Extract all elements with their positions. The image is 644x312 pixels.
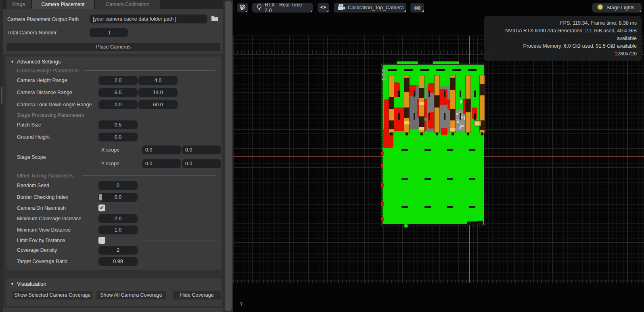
border-checking-value: 0.0 [115,194,121,200]
stage-lights-label: Stage Lights [606,5,635,11]
lightbulb-icon [256,4,262,12]
camera-angle-max-input[interactable] [138,100,178,109]
camera-name: Calibration_Top_Camera [348,5,404,11]
border-checking-slider[interactable]: 0.0 [98,193,138,202]
stage-lights-button[interactable]: Stage Lights [592,3,642,13]
random-seed-input[interactable] [98,181,138,190]
place-cameras-button[interactable]: Place Cameras [6,43,220,51]
axis-gizmo-y-label: Y [240,301,243,307]
limit-fov-checkbox[interactable] [98,237,105,244]
eye-icon [320,4,327,11]
advanced-settings-title[interactable]: Advanced Settings [17,59,61,65]
panel-scrollbar[interactable] [223,0,233,312]
advanced-settings-frame: ▼ Advanced Settings Camera Range Paramet… [6,57,222,270]
camera-placement-panel: Stage Camera Placement Camera Calibratio… [3,0,223,312]
y-scope-max-input[interactable] [182,159,221,168]
sliders-icon [239,4,246,12]
patch-size-label: Patch Size [17,120,41,129]
camera-on-navmesh-label: Camera On Navmesh [17,204,66,213]
dropdown-corner-icon [639,10,641,12]
dropdown-corner-icon [310,10,312,12]
section-camera-range: Camera Range Parameters [17,68,79,74]
min-coverage-increase-label: Minimum Coverage Increase [17,214,82,223]
hide-coverage-button[interactable]: Hide Coverage [173,291,221,299]
total-camera-input[interactable] [90,28,128,37]
min-view-distance-input[interactable] [98,226,138,234]
tab-camera-placement[interactable]: Camera Placement [32,0,94,9]
camera-selector-button[interactable]: Calibration_Top_Camera [334,3,406,13]
visualization-title[interactable]: Visualization [17,281,46,287]
slider-handle[interactable] [99,194,102,200]
min-coverage-increase-input[interactable] [98,214,138,223]
min-view-distance-label: Minimum View Distance [17,226,71,234]
dropdown-corner-icon [326,10,328,12]
row-divider [142,240,219,240]
x-scope-min-input[interactable] [142,145,181,154]
stats-fps: FPS: 119.34, Frame time: 8.38 ms [484,19,637,27]
visualization-frame: ▼ Visualization Show Selected Camera Cov… [6,278,222,306]
ground-height-label: Ground Height [17,133,50,141]
x-scope-label: X scope [101,145,119,154]
folder-icon[interactable] [211,15,219,24]
camera-distance-min-input[interactable] [98,88,138,97]
panel-tab-bar: Stage Camera Placement Camera Calibratio… [3,0,223,9]
stats-process-memory: Process Memory: 6.0 GiB used, 91.5 GiB a… [484,42,637,50]
camera-angle-min-input[interactable] [98,100,138,109]
viewport-settings-button[interactable] [237,3,248,13]
visibility-eye-button[interactable] [318,3,329,13]
output-path-input[interactable] [90,15,207,23]
target-coverage-input[interactable] [98,257,138,266]
next-section-partial [3,308,223,312]
camera-on-navmesh-checkbox[interactable]: ✔ [98,204,105,211]
row-divider [142,208,219,208]
section-divider [82,175,215,176]
left-splitter-handle[interactable] [1,86,2,104]
broadcast-icon: ((●)) [414,6,420,10]
checkmark-icon: ✔ [100,205,104,211]
limit-fov-label: Limit Fov by Distance [17,236,65,245]
coverage-density-label: Coverage Density [17,246,57,255]
camera-height-max-input[interactable] [138,76,178,85]
dropdown-corner-icon [404,10,406,12]
collapse-triangle-icon[interactable]: ▼ [10,59,14,65]
section-divider [84,70,215,71]
tab-camera-calibration[interactable]: Camera Calibration [95,0,160,9]
section-divider [93,115,215,115]
broadcast-button[interactable]: ((●)) [410,3,424,13]
stats-gpu-memory: NVIDIA RTX 6000 Ada Generation: 2.1 GiB … [484,27,637,42]
total-camera-label: Total Camera Number [7,28,56,37]
border-checking-label: Border Checking Index [17,193,68,202]
stage-map-render[interactable] [381,60,486,228]
stage-light-icon [596,3,604,12]
render-stats-overlay: FPS: 119.34, Frame time: 8.38 ms NVIDIA … [484,16,642,61]
ground-height-input[interactable] [98,133,138,141]
x-scope-max-input[interactable] [182,145,221,154]
grid-edge-ticks [233,280,644,283]
viewport-3d-canvas[interactable]: RTX - Real-Time 2.0 Calibration_Top_Came… [233,0,644,312]
placement-top-section: Camera Placement Output Path Total Camer… [3,9,223,54]
y-scope-min-input[interactable] [142,159,181,168]
y-scope-label: Y scope [101,159,119,168]
left-dock-splitter[interactable] [0,0,3,312]
camera-angle-range-label: Camera Look Down Angle Range [17,100,92,109]
app-window: Stage Camera Placement Camera Calibratio… [0,0,644,312]
tab-stage[interactable]: Stage [6,0,31,9]
renderer-selector-button[interactable]: RTX - Real-Time 2.0 [252,3,313,13]
show-all-coverage-button[interactable]: Show All Camera Coverage [96,291,166,299]
random-seed-label: Random Seed [17,181,49,190]
section-stage-processing: Stage Processing Parameters [17,112,84,118]
camera-height-range-label: Camera Height Range [17,76,67,85]
section-other-tuning: Other Tuning Parameters [17,173,73,179]
coverage-density-input[interactable] [98,246,138,255]
collapse-triangle-icon[interactable]: ▼ [10,281,14,287]
camera-distance-max-input[interactable] [138,88,178,97]
target-coverage-label: Target Coverage Ratio [17,257,67,266]
stage-scope-label: Stage Scope [17,153,46,162]
patch-size-input[interactable] [98,120,138,129]
show-selected-coverage-button[interactable]: Show Selected Camera Coverage [13,291,92,299]
camera-distance-range-label: Camera Distance Range [17,88,72,97]
panel-scrollbar-handle[interactable] [225,1,232,311]
renderer-name: RTX - Real-Time 2.0 [265,2,309,13]
camera-height-min-input[interactable] [98,76,138,85]
video-camera-icon [338,4,345,12]
